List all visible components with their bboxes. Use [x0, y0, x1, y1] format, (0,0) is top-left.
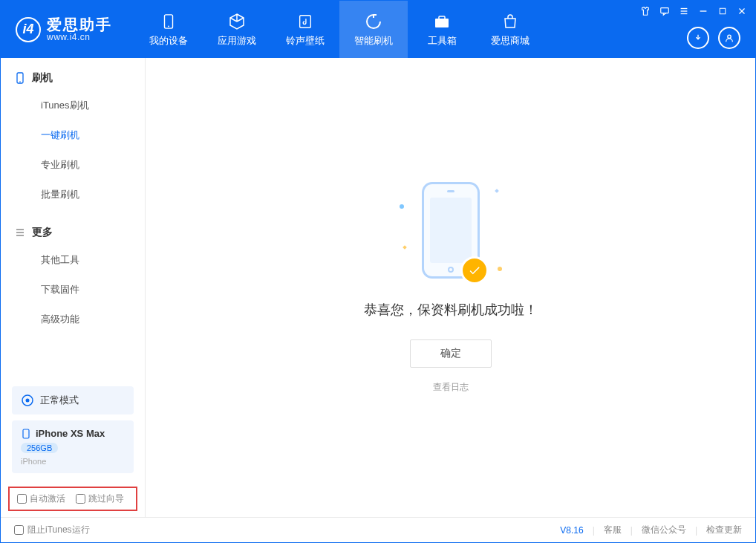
svg-rect-2 — [300, 15, 311, 27]
section-title-more: 更多 — [1, 226, 145, 245]
sidebar-section-flash: 刷机 iTunes刷机 一键刷机 专业刷机 批量刷机 — [1, 58, 145, 212]
dot-icon — [495, 189, 499, 193]
footer-left: 阻止iTunes运行 — [14, 524, 90, 536]
phone-icon — [14, 72, 26, 84]
app-subtitle: www.i4.cn — [47, 33, 112, 42]
app-title: 爱思助手 — [47, 16, 112, 33]
device-mode-label: 正常模式 — [40, 394, 79, 407]
sidebar-item-pro-flash[interactable]: 专业刷机 — [1, 150, 145, 180]
close-button[interactable] — [736, 5, 748, 17]
footer-right: V8.16 | 客服 | 微信公众号 | 检查更新 — [560, 524, 742, 536]
nav-label: 爱思商城 — [491, 34, 529, 48]
nav-tabs: 我的设备 应用游戏 铃声壁纸 智能刷机 工具箱 爱思商城 — [134, 1, 544, 58]
phone-screen — [430, 198, 472, 263]
divider: | — [593, 525, 595, 536]
version-label: V8.16 — [560, 525, 583, 536]
checkbox-block-itunes[interactable] — [14, 525, 24, 535]
check-badge-icon — [460, 256, 489, 284]
music-icon — [296, 12, 315, 31]
phone-small-icon — [21, 429, 31, 439]
nav-label: 应用游戏 — [218, 34, 256, 48]
device-type: iPhone — [21, 457, 125, 466]
mode-icon — [21, 394, 34, 407]
nav-label: 铃声壁纸 — [286, 34, 325, 48]
flash-icon — [364, 12, 383, 31]
phone-illustration — [422, 182, 480, 279]
list-icon — [14, 227, 26, 238]
device-storage: 256GB — [21, 443, 58, 453]
device-info[interactable]: iPhone XS Max 256GB iPhone — [12, 420, 134, 473]
nav-tab-smart-flash[interactable]: 智能刷机 — [339, 1, 408, 58]
sidebar: 刷机 iTunes刷机 一键刷机 专业刷机 批量刷机 更多 其他工具 下载固件 … — [1, 58, 146, 517]
sidebar-item-batch-flash[interactable]: 批量刷机 — [1, 180, 145, 209]
header: i4 爱思助手 www.i4.cn 我的设备 应用游戏 铃声壁纸 智能刷机 工具… — [1, 1, 755, 58]
logo-text: 爱思助手 www.i4.cn — [47, 16, 112, 42]
footer: 阻止iTunes运行 V8.16 | 客服 | 微信公众号 | 检查更新 — [1, 517, 755, 542]
svg-point-1 — [168, 25, 169, 27]
download-icon[interactable] — [687, 27, 709, 49]
section-title-flash: 刷机 — [1, 71, 145, 91]
nav-tab-my-device[interactable]: 我的设备 — [134, 1, 203, 58]
nav-label: 智能刷机 — [354, 34, 393, 48]
svg-point-15 — [19, 81, 21, 82]
phone-speaker — [447, 190, 454, 192]
block-itunes-label: 阻止iTunes运行 — [27, 524, 90, 536]
checkbox-auto-activate[interactable] — [17, 494, 27, 504]
dot-icon — [403, 245, 407, 250]
support-link[interactable]: 客服 — [604, 524, 622, 536]
sidebar-section-more: 更多 其他工具 下载固件 高级功能 — [1, 212, 145, 337]
view-log-link[interactable]: 查看日志 — [433, 381, 469, 394]
nav-tab-apps[interactable]: 应用游戏 — [203, 1, 271, 58]
device-mode[interactable]: 正常模式 — [12, 386, 134, 414]
logo-icon: i4 — [16, 17, 41, 42]
check-auto-activate[interactable]: 自动激活 — [17, 492, 65, 505]
bottom-checks: 自动激活 跳过向导 — [8, 487, 137, 511]
sidebar-item-advanced[interactable]: 高级功能 — [1, 305, 145, 334]
nav-tab-ringtones[interactable]: 铃声壁纸 — [271, 1, 339, 58]
svg-rect-10 — [720, 8, 726, 14]
svg-point-13 — [728, 35, 731, 38]
sidebar-item-itunes-flash[interactable]: iTunes刷机 — [1, 91, 145, 120]
spark-icon — [498, 267, 502, 271]
ok-button[interactable]: 确定 — [410, 339, 492, 368]
divider: | — [630, 525, 633, 536]
divider: | — [695, 525, 697, 536]
main-content: 恭喜您，保资料刷机成功啦！ 确定 查看日志 — [146, 58, 755, 517]
device-name-row: iPhone XS Max — [21, 428, 125, 439]
sidebar-item-other-tools[interactable]: 其他工具 — [1, 245, 145, 275]
cube-icon — [227, 12, 247, 31]
sidebar-item-oneclick-flash[interactable]: 一键刷机 — [1, 120, 145, 150]
check-skip-guide[interactable]: 跳过向导 — [76, 492, 124, 505]
svg-rect-21 — [23, 429, 29, 438]
feedback-icon[interactable] — [659, 5, 671, 17]
minimize-button[interactable] — [697, 5, 709, 17]
wechat-link[interactable]: 微信公众号 — [642, 524, 686, 536]
nav-label: 工具箱 — [428, 34, 457, 48]
logo-area: i4 爱思助手 www.i4.cn — [1, 1, 120, 58]
sidebar-item-download-fw[interactable]: 下载固件 — [1, 275, 145, 305]
menu-icon[interactable] — [678, 5, 690, 17]
svg-rect-3 — [435, 19, 449, 27]
shirt-icon[interactable] — [639, 5, 651, 17]
checkbox-skip-guide[interactable] — [76, 494, 85, 504]
body: 刷机 iTunes刷机 一键刷机 专业刷机 批量刷机 更多 其他工具 下载固件 … — [1, 58, 755, 517]
user-icon[interactable] — [718, 27, 740, 49]
svg-rect-4 — [439, 16, 445, 19]
toolbox-icon — [432, 12, 452, 31]
header-right — [687, 27, 740, 49]
nav-label: 我的设备 — [149, 34, 188, 48]
svg-point-20 — [26, 399, 30, 403]
spark-icon — [400, 204, 404, 209]
nav-tab-toolbox[interactable]: 工具箱 — [408, 1, 476, 58]
device-name: iPhone XS Max — [36, 428, 105, 439]
update-link[interactable]: 检查更新 — [706, 524, 742, 536]
nav-tab-store[interactable]: 爱思商城 — [476, 1, 544, 58]
phone-home — [448, 267, 454, 273]
device-icon — [159, 12, 178, 31]
svg-rect-5 — [661, 8, 669, 13]
window-controls — [639, 5, 748, 17]
maximize-button[interactable] — [717, 5, 729, 17]
sidebar-spacer — [1, 337, 145, 380]
success-message: 恭喜您，保资料刷机成功啦！ — [364, 301, 538, 319]
store-icon — [501, 12, 520, 31]
